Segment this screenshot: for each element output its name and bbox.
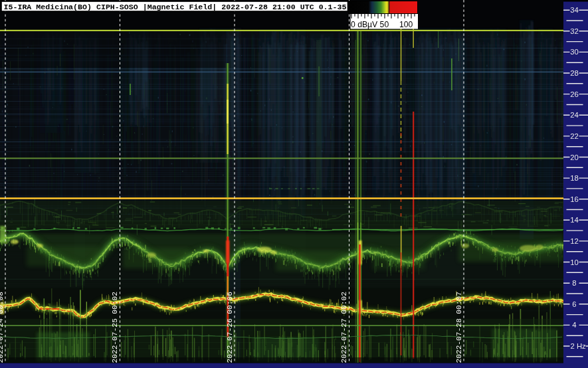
svg-text:28: 28 [570, 69, 579, 77]
svg-text:18: 18 [570, 174, 579, 182]
svg-text:14: 14 [570, 216, 579, 224]
svg-text:10: 10 [570, 258, 579, 266]
svg-text:26: 26 [570, 90, 579, 98]
svg-text:6: 6 [572, 300, 576, 308]
svg-text:16: 16 [570, 195, 579, 203]
svg-text:2022-07-27 00:02: 2022-07-27 00:02 [340, 292, 348, 363]
svg-text:4: 4 [572, 321, 576, 329]
svg-text:100: 100 [399, 20, 413, 29]
svg-text:I5-IRA Medicina(BO) CIPH-SOSO: I5-IRA Medicina(BO) CIPH-SOSO |Magnetic … [4, 3, 347, 11]
svg-text:22: 22 [570, 132, 579, 140]
svg-text:2022-07-24 00:08: 2022-07-24 00:08 [0, 292, 5, 363]
svg-text:34: 34 [570, 6, 579, 14]
svg-text:2022-07-28 00:07: 2022-07-28 00:07 [455, 292, 463, 363]
svg-text:0 dBµV 50: 0 dBµV 50 [351, 20, 389, 29]
svg-text:12: 12 [570, 237, 579, 245]
svg-text:24: 24 [570, 111, 579, 119]
svg-text:32: 32 [570, 27, 579, 35]
svg-text:30: 30 [570, 48, 579, 56]
svg-text:8: 8 [572, 279, 576, 287]
svg-text:2022-07-26 00:06: 2022-07-26 00:06 [226, 292, 234, 363]
svg-text:2 Hz: 2 Hz [571, 342, 587, 350]
svg-text:2022-07-25 00:02: 2022-07-25 00:02 [111, 292, 119, 363]
svg-text:20: 20 [570, 153, 579, 161]
